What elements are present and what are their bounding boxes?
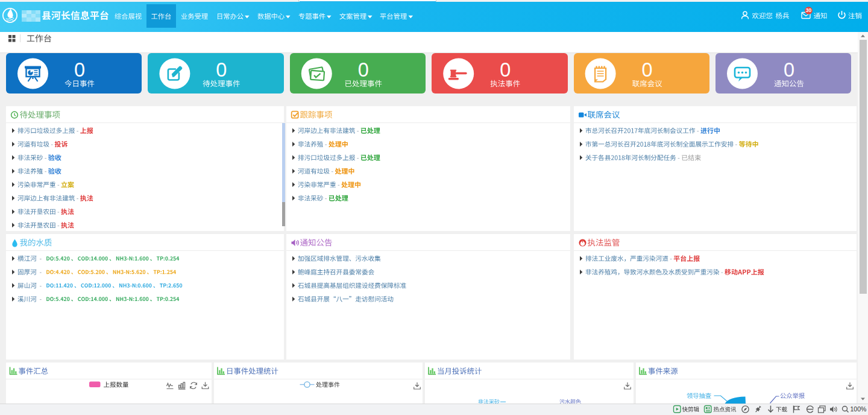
svg-text:100%: 100% (851, 405, 867, 413)
